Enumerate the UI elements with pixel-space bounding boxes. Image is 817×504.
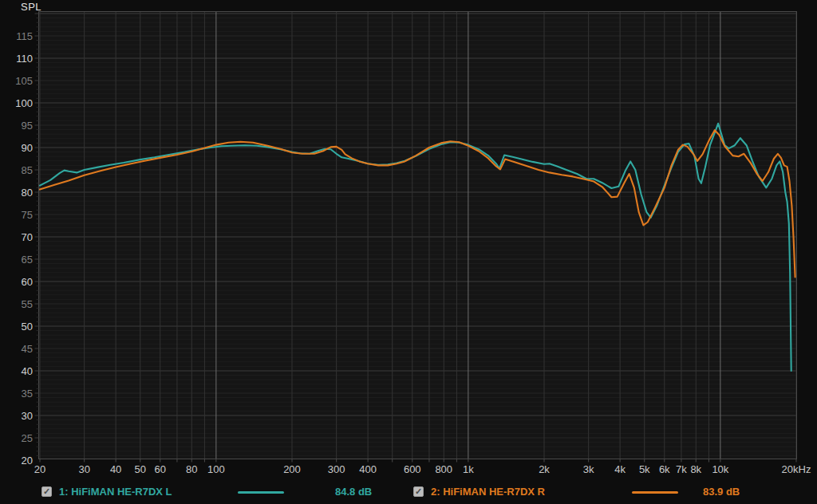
x-axis-labels: 2030405060801002003004006008001k2k3k4k5k… bbox=[34, 463, 811, 475]
x-tick-label: 600 bbox=[404, 463, 421, 475]
x-tick-label: 300 bbox=[328, 463, 345, 475]
frequency-response-app: SPL 115110105100959085807570656055504540… bbox=[0, 0, 817, 504]
x-tick-label: 60 bbox=[155, 463, 166, 475]
series-2-checkbox[interactable]: ✓ bbox=[413, 486, 424, 497]
y-tick-label: 115 bbox=[16, 30, 33, 42]
plot-area bbox=[39, 12, 797, 459]
x-tick-label: 30 bbox=[78, 463, 89, 475]
x-tick-label: 6k bbox=[659, 463, 670, 475]
x-tick-label: 3k bbox=[583, 463, 594, 475]
y-tick-label: 80 bbox=[22, 187, 33, 199]
y-tick-label: 90 bbox=[22, 142, 33, 154]
x-tick-label: 400 bbox=[359, 463, 377, 475]
series-1-checkbox[interactable]: ✓ bbox=[41, 486, 52, 497]
y-tick-label: 105 bbox=[15, 75, 33, 87]
legend-item-right-channel[interactable]: ✓ 2: HiFiMAN HE-R7DX R 83.9 dB bbox=[413, 482, 764, 502]
check-icon: ✓ bbox=[415, 487, 422, 496]
x-tick-label: 200 bbox=[283, 463, 301, 475]
y-tick-label: 25 bbox=[22, 432, 33, 444]
x-tick-label: 1k bbox=[463, 463, 474, 475]
y-tick-label: 75 bbox=[22, 209, 33, 221]
y-tick-label: 20 bbox=[22, 455, 33, 467]
x-tick-label: 40 bbox=[110, 463, 121, 475]
y-tick-label: 30 bbox=[22, 410, 33, 422]
y-tick-label: 95 bbox=[22, 120, 33, 132]
x-tick-label: 800 bbox=[435, 463, 452, 475]
y-tick-label: 65 bbox=[22, 254, 33, 266]
y-tick-label: 60 bbox=[22, 276, 33, 288]
y-tick-label: 110 bbox=[16, 53, 33, 65]
x-tick-label: 20kHz bbox=[782, 463, 811, 475]
series-1-label: 1: HiFiMAN HE-R7DX L bbox=[59, 486, 172, 498]
x-tick-label: 2k bbox=[539, 463, 550, 475]
series-2-label: 2: HiFiMAN HE-R7DX R bbox=[431, 486, 545, 498]
x-tick-label: 100 bbox=[207, 463, 225, 475]
x-tick-label: 5k bbox=[639, 463, 650, 475]
y-tick-label: 50 bbox=[22, 321, 33, 333]
legend-item-left-channel[interactable]: ✓ 1: HiFiMAN HE-R7DX L 84.8 dB bbox=[41, 482, 393, 502]
check-icon: ✓ bbox=[43, 487, 50, 496]
y-tick-label: 70 bbox=[22, 231, 33, 243]
x-tick-label: 8k bbox=[690, 463, 701, 475]
x-tick-label: 7k bbox=[676, 463, 687, 475]
y-tick-label: 35 bbox=[22, 388, 33, 400]
y-tick-label: 55 bbox=[22, 298, 33, 310]
frequency-response-chart: 1151101051009590858075706560555045403530… bbox=[0, 0, 817, 482]
y-tick-label: 40 bbox=[22, 365, 33, 377]
legend: ✓ 1: HiFiMAN HE-R7DX L 84.8 dB ✓ 2: HiFi… bbox=[0, 482, 817, 504]
y-axis-labels: 1151101051009590858075706560555045403530… bbox=[15, 30, 33, 467]
x-tick-label: 10k bbox=[712, 463, 728, 475]
series-1-line-swatch bbox=[238, 491, 284, 494]
y-tick-label: 100 bbox=[15, 97, 33, 109]
series-2-line-swatch bbox=[632, 491, 678, 494]
x-tick-label: 80 bbox=[186, 463, 197, 475]
y-tick-label: 85 bbox=[22, 164, 33, 176]
series-2-average-level: 83.9 dB bbox=[703, 486, 740, 498]
series-1-average-level: 84.8 dB bbox=[335, 486, 372, 498]
x-tick-label: 50 bbox=[135, 463, 146, 475]
x-tick-label: 20 bbox=[34, 463, 45, 475]
y-tick-label: 45 bbox=[22, 343, 33, 355]
x-tick-label: 4k bbox=[614, 463, 626, 475]
